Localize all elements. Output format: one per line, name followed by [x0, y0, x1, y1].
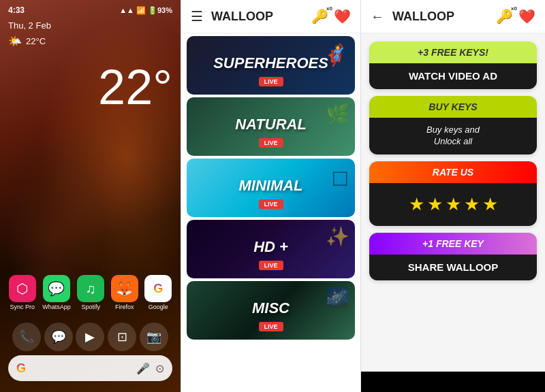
keys-header: ← WALLOOP 🔑 x0 ❤️ — [361, 0, 545, 33]
whatsapp-icon: 💬 — [43, 275, 70, 302]
phone-panel: 4:33 ▲▲ 📶 🔋93% Thu, 2 Feb 🌤️ 22°C 22° ⬡ … — [0, 0, 181, 392]
share-header: +1 FREE KEY — [369, 233, 537, 255]
rate-us-body: ★ ★ ★ ★ ★ — [369, 183, 537, 226]
app-sync-pro[interactable]: ⬡ Sync Pro — [9, 275, 36, 310]
back-arrow-icon[interactable]: ← — [371, 9, 384, 24]
category-natural[interactable]: 🌿 NATURAL LIVE — [187, 97, 355, 156]
watch-video-label: WATCH VIDEO AD — [409, 70, 497, 82]
keys-header-icons: 🔑 x0 ❤️ — [496, 8, 535, 24]
stars-rating[interactable]: ★ ★ ★ ★ ★ — [379, 190, 527, 219]
sync-pro-label: Sync Pro — [10, 304, 35, 310]
misc-label: MISC — [252, 299, 290, 317]
buy-keys-line2: Unlock all — [379, 136, 527, 148]
buy-keys-line1: Buy keys and — [379, 125, 527, 136]
share-label: SHARE WALLOOP — [408, 261, 499, 273]
app-whatsapp[interactable]: 💬 WhatsApp — [42, 275, 71, 310]
category-hd[interactable]: ✨ HD + LIVE — [187, 220, 355, 278]
wifi-icon: 📶 — [136, 6, 146, 15]
keys-title: WALLOOP — [392, 10, 488, 24]
category-superheroes[interactable]: 🦸 SUPERHEROES LIVE — [187, 36, 355, 95]
star-4[interactable]: ★ — [464, 194, 480, 215]
weather-icon: 🌤️ — [8, 35, 22, 48]
misc-live-badge: LIVE — [258, 322, 283, 331]
phone-icon[interactable]: 📞 — [12, 323, 41, 351]
natural-label: NATURAL — [235, 116, 307, 133]
superheroes-label: SUPERHEROES — [213, 54, 328, 72]
search-action-icons: 🎤 ⊙ — [136, 362, 164, 375]
lens-icon[interactable]: ⊙ — [155, 362, 164, 375]
clock-time: 22° — [8, 63, 172, 112]
keys-panel: ← WALLOOP 🔑 x0 ❤️ +3 FREE KEYS! WATCH VI… — [361, 0, 545, 392]
hd-label: HD + — [253, 238, 288, 256]
status-bar: 4:33 ▲▲ 📶 🔋93% — [0, 0, 181, 18]
category-list: 🦸 SUPERHEROES LIVE 🌿 NATURAL LIVE ◻ MINI… — [181, 33, 360, 392]
mic-icon[interactable]: 🎤 — [136, 362, 150, 375]
rate-us-card[interactable]: RATE US ★ ★ ★ ★ ★ — [369, 161, 537, 226]
buy-keys-card[interactable]: BUY KEYS Buy keys and Unlock all — [369, 96, 537, 154]
app-grid: ⬡ Sync Pro 💬 WhatsApp ♫ Spotify 🦊 Firefo… — [0, 275, 181, 310]
app-title: WALLOOP — [211, 10, 303, 24]
signal-icon: ▲▲ — [119, 6, 134, 14]
key-badge[interactable]: 🔑 x0 — [311, 8, 328, 24]
hamburger-menu-icon[interactable]: ☰ — [191, 8, 203, 24]
status-time: 4:33 — [8, 5, 25, 15]
category-misc[interactable]: 🌌 MISC LIVE — [187, 281, 355, 340]
share-card[interactable]: +1 FREE KEY SHARE WALLOOP — [369, 233, 537, 280]
google-icon: G — [144, 275, 172, 302]
key-count: x0 — [326, 5, 332, 12]
play-store-icon[interactable]: ▶ — [76, 323, 104, 351]
spotify-icon: ♫ — [77, 275, 104, 302]
superheroes-live-badge: LIVE — [258, 77, 283, 86]
rate-us-header: RATE US — [369, 161, 537, 183]
buy-keys-body: Buy keys and Unlock all — [369, 118, 537, 154]
keys-heart-icon[interactable]: ❤️ — [518, 8, 535, 24]
header-icons: 🔑 x0 ❤️ — [311, 8, 351, 24]
keys-content: +3 FREE KEYS! WATCH VIDEO AD BUY KEYS Bu… — [361, 33, 545, 372]
minimal-label: MINIMAL — [238, 177, 302, 195]
google-label: Google — [149, 304, 168, 310]
hd-live-badge: LIVE — [258, 261, 283, 270]
walloop-app-panel: ☰ WALLOOP 🔑 x0 ❤️ 🦸 SUPERHEROES LIVE 🌿 N… — [181, 0, 361, 392]
bottom-bar — [361, 372, 545, 392]
app-firefox[interactable]: 🦊 Firefox — [111, 275, 138, 310]
app-google[interactable]: G Google — [144, 275, 172, 310]
phone-clock: 22° — [0, 49, 181, 112]
search-bar[interactable]: G 🎤 ⊙ — [8, 355, 172, 381]
app-header: ☰ WALLOOP 🔑 x0 ❤️ — [181, 0, 360, 33]
star-5[interactable]: ★ — [482, 194, 498, 215]
minimal-live-badge: LIVE — [258, 199, 283, 209]
natural-live-badge: LIVE — [258, 138, 283, 148]
keys-key-badge[interactable]: 🔑 x0 — [496, 8, 513, 24]
screen-icon[interactable]: ⊡ — [108, 323, 136, 351]
phone-dock: 📞 💬 ▶ ⊡ 📷 — [0, 323, 181, 351]
firefox-label: Firefox — [115, 304, 134, 310]
status-icons: ▲▲ 📶 🔋93% — [119, 6, 172, 15]
weather-widget: 🌤️ 22°C — [0, 33, 181, 49]
free-keys-card[interactable]: +3 FREE KEYS! WATCH VIDEO AD — [369, 42, 537, 89]
battery-icon: 🔋93% — [148, 6, 172, 15]
camera-icon[interactable]: 📷 — [140, 323, 168, 351]
google-logo: G — [16, 361, 26, 376]
firefox-icon: 🦊 — [111, 275, 138, 302]
phone-date: Thu, 2 Feb — [0, 18, 181, 33]
date-text: Thu, 2 Feb — [8, 20, 172, 31]
buy-keys-header: BUY KEYS — [369, 96, 537, 118]
spotify-label: Spotify — [81, 304, 100, 310]
share-body: SHARE WALLOOP — [369, 255, 537, 280]
whatsapp-label: WhatsApp — [42, 304, 71, 310]
star-2[interactable]: ★ — [427, 194, 443, 215]
favorites-icon[interactable]: ❤️ — [334, 8, 351, 24]
sync-pro-icon: ⬡ — [9, 275, 36, 302]
app-spotify[interactable]: ♫ Spotify — [77, 275, 104, 310]
messages-icon[interactable]: 💬 — [44, 323, 73, 351]
keys-key-count: x0 — [511, 5, 517, 12]
free-keys-header: +3 FREE KEYS! — [369, 42, 537, 63]
star-1[interactable]: ★ — [409, 194, 424, 215]
star-3[interactable]: ★ — [446, 194, 461, 215]
temperature: 22°C — [26, 36, 46, 46]
category-minimal[interactable]: ◻ MINIMAL LIVE — [187, 159, 355, 217]
free-keys-body: WATCH VIDEO AD — [369, 63, 537, 89]
